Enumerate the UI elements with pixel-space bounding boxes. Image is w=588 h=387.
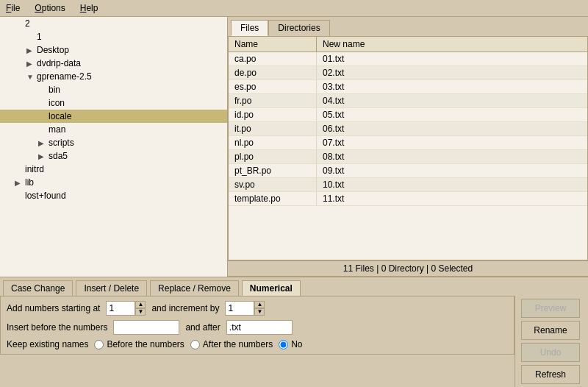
tab-case-change[interactable]: Case Change bbox=[3, 280, 73, 296]
tree-item-label: lost+found bbox=[25, 191, 66, 201]
tree-item-label: sda5 bbox=[49, 151, 68, 161]
tree-item-bin[interactable]: bin bbox=[0, 83, 227, 96]
file-newname-cell: 08.txt bbox=[317, 150, 587, 163]
tree-item-desktop[interactable]: ▶ Desktop bbox=[0, 43, 227, 57]
file-name-cell: fr.po bbox=[229, 94, 317, 107]
undo-button[interactable]: Undo bbox=[521, 343, 580, 362]
increment-spin-down[interactable]: ▼ bbox=[254, 308, 265, 316]
tree-item-locale[interactable]: locale bbox=[0, 110, 227, 123]
tree-item-label: 2 bbox=[25, 18, 30, 29]
start-spinner[interactable]: ▲ ▼ bbox=[106, 301, 146, 316]
increment-input[interactable] bbox=[225, 301, 254, 316]
file-name-cell: it.po bbox=[229, 122, 317, 135]
tab-insert-delete[interactable]: Insert / Delete bbox=[76, 280, 147, 296]
tree-item-man[interactable]: man bbox=[0, 123, 227, 136]
increment-label: and increment by bbox=[151, 303, 219, 313]
tree-item-dvdrip[interactable]: ▶ dvdrip-data bbox=[0, 57, 227, 70]
start-spin-buttons: ▲ ▼ bbox=[135, 301, 146, 316]
right-buttons: Preview Rename Undo Refresh bbox=[514, 296, 588, 387]
file-name-cell: es.po bbox=[229, 80, 317, 93]
refresh-button[interactable]: Refresh bbox=[521, 365, 580, 384]
numerical-panel: Add numbers starting at ▲ ▼ and incremen… bbox=[0, 296, 514, 355]
before-input[interactable] bbox=[113, 320, 179, 335]
rename-button[interactable]: Rename bbox=[521, 321, 580, 340]
start-input[interactable] bbox=[106, 301, 135, 316]
file-row[interactable]: de.po 02.txt bbox=[229, 66, 587, 80]
file-row[interactable]: pt_BR.po 09.txt bbox=[229, 164, 587, 178]
file-row[interactable]: it.po 06.txt bbox=[229, 122, 587, 136]
start-spin-down[interactable]: ▼ bbox=[135, 308, 146, 316]
radio-before[interactable] bbox=[94, 340, 104, 349]
tree-item-label: initrd bbox=[25, 164, 44, 174]
main-content: 2 1 ▶ Desktop ▶ dvdrip-data ▼ gprename-2… bbox=[0, 17, 588, 277]
tree-item-icon[interactable]: icon bbox=[0, 96, 227, 110]
tree-panel: 2 1 ▶ Desktop ▶ dvdrip-data ▼ gprename-2… bbox=[0, 17, 228, 277]
tree-item-initrd[interactable]: initrd bbox=[0, 163, 227, 176]
tree-item-label: 1 bbox=[37, 32, 42, 42]
tree-item-lib[interactable]: ▶ lib bbox=[0, 176, 227, 189]
menu-options[interactable]: Options bbox=[32, 1, 68, 15]
expand-arrow: ▶ bbox=[38, 139, 49, 147]
tree-item-label: gprename-2.5 bbox=[37, 71, 92, 82]
file-name-cell: id.po bbox=[229, 108, 317, 121]
tab-directories[interactable]: Directories bbox=[268, 20, 329, 36]
numerical-row2: Insert before the numbers and after bbox=[7, 320, 508, 335]
bottom-content-area: Add numbers starting at ▲ ▼ and incremen… bbox=[0, 296, 588, 387]
tree-item-scripts[interactable]: ▶ scripts bbox=[0, 136, 227, 149]
bottom-left-content: Add numbers starting at ▲ ▼ and incremen… bbox=[0, 296, 514, 387]
column-header-name: Name bbox=[229, 37, 317, 52]
after-input[interactable] bbox=[226, 320, 293, 335]
menubar: File Options Help bbox=[0, 0, 588, 17]
file-name-cell: pl.po bbox=[229, 150, 317, 163]
file-name-cell: ca.po bbox=[229, 52, 317, 65]
file-list-container: Name New name ca.po 01.txt de.po 02.txt … bbox=[228, 36, 588, 260]
expand-arrow: ▶ bbox=[38, 152, 49, 160]
file-list-scroll[interactable]: ca.po 01.txt de.po 02.txt es.po 03.txt f… bbox=[229, 52, 587, 260]
tab-replace-remove[interactable]: Replace / Remove bbox=[150, 280, 239, 296]
tree-item-label: bin bbox=[49, 85, 60, 95]
increment-spinner[interactable]: ▲ ▼ bbox=[225, 301, 265, 316]
menu-help[interactable]: Help bbox=[77, 1, 101, 15]
tree-item-label: icon bbox=[49, 98, 65, 108]
radio-no[interactable] bbox=[279, 340, 288, 349]
file-row[interactable]: es.po 03.txt bbox=[229, 80, 587, 94]
tree-item-1[interactable]: 1 bbox=[0, 30, 227, 43]
increment-spin-up[interactable]: ▲ bbox=[254, 301, 265, 308]
file-name-cell: sv.po bbox=[229, 178, 317, 191]
file-row[interactable]: fr.po 04.txt bbox=[229, 94, 587, 108]
radio-after[interactable] bbox=[190, 340, 200, 349]
expand-arrow: ▼ bbox=[26, 73, 37, 81]
increment-spin-buttons: ▲ ▼ bbox=[254, 301, 265, 316]
tree-scroll[interactable]: 2 1 ▶ Desktop ▶ dvdrip-data ▼ gprename-2… bbox=[0, 17, 227, 277]
tree-item-label: scripts bbox=[49, 138, 74, 148]
tree-item-label: Desktop bbox=[37, 45, 69, 55]
after-label: and after bbox=[185, 322, 220, 333]
file-row[interactable]: id.po 05.txt bbox=[229, 108, 587, 122]
file-newname-cell: 02.txt bbox=[317, 66, 587, 79]
preview-button[interactable]: Preview bbox=[521, 299, 580, 318]
radio-after-label: After the numbers bbox=[203, 339, 273, 349]
tab-files[interactable]: Files bbox=[231, 20, 268, 36]
start-spin-up[interactable]: ▲ bbox=[135, 301, 146, 308]
tab-numerical[interactable]: Numerical bbox=[242, 280, 301, 296]
menu-file[interactable]: File bbox=[3, 1, 23, 15]
tree-item-lostfound[interactable]: lost+found bbox=[0, 189, 227, 202]
tree-item-sda5[interactable]: ▶ sda5 bbox=[0, 149, 227, 163]
before-label: Insert before the numbers bbox=[7, 322, 107, 333]
file-row[interactable]: ca.po 01.txt bbox=[229, 52, 587, 66]
expand-arrow: ▶ bbox=[15, 179, 25, 187]
file-row[interactable]: pl.po 08.txt bbox=[229, 150, 587, 164]
file-row[interactable]: nl.po 07.txt bbox=[229, 136, 587, 150]
numerical-row3: Keep existing names Before the numbers A… bbox=[7, 339, 508, 349]
file-row[interactable]: template.po 11.txt bbox=[229, 192, 587, 206]
tree-item-2[interactable]: 2 bbox=[0, 17, 227, 30]
file-list-header: Name New name bbox=[229, 37, 587, 52]
start-label: Add numbers starting at bbox=[7, 303, 100, 313]
status-bar: 11 Files | 0 Directory | 0 Selected bbox=[228, 260, 588, 277]
tree-item-gprename[interactable]: ▼ gprename-2.5 bbox=[0, 70, 227, 83]
expand-arrow: ▶ bbox=[26, 60, 37, 68]
file-row[interactable]: sv.po 10.txt bbox=[229, 178, 587, 192]
bottom-panel: Case Change Insert / Delete Replace / Re… bbox=[0, 277, 588, 387]
numerical-row1: Add numbers starting at ▲ ▼ and incremen… bbox=[7, 301, 508, 316]
tree-item-label: locale bbox=[49, 111, 71, 121]
